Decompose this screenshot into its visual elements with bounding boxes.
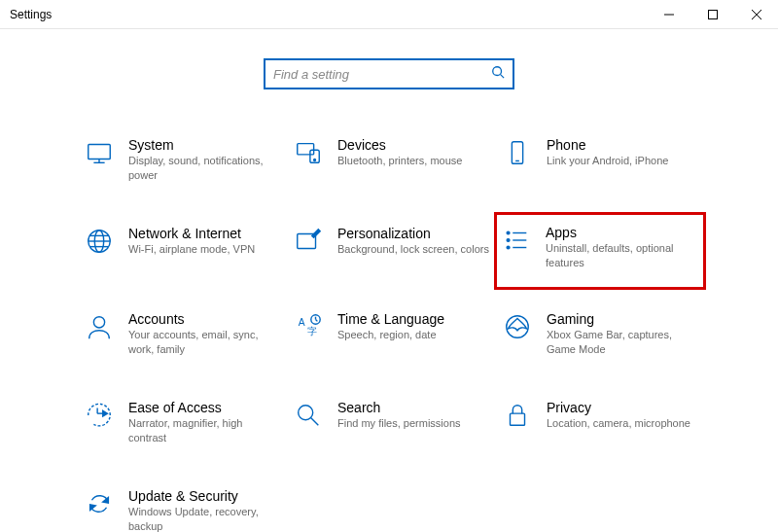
svg-point-26 [93, 317, 104, 328]
tile-desc: Narrator, magnifier, high contrast [128, 416, 280, 445]
svg-line-5 [501, 75, 505, 79]
tile-system[interactable]: System Display, sound, notifications, po… [80, 133, 284, 187]
maximize-icon [708, 10, 718, 19]
tile-desc: Xbox Game Bar, captures, Game Mode [547, 328, 698, 357]
window-title: Settings [10, 8, 52, 21]
privacy-icon [502, 400, 533, 431]
svg-line-37 [311, 418, 319, 426]
tile-desc: Background, lock screen, colors [337, 242, 489, 257]
svg-point-11 [314, 160, 316, 161]
titlebar: Settings [0, 0, 778, 29]
search-icon [491, 65, 505, 83]
search-input[interactable] [273, 67, 491, 82]
tile-accounts[interactable]: Accounts Your accounts, email, sync, wor… [80, 307, 284, 361]
tile-text: Ease of Access Narrator, magnifier, high… [128, 400, 280, 445]
tile-text: Phone Link your Android, iPhone [547, 137, 698, 168]
tile-title: Apps [546, 225, 699, 240]
tile-desc: Uninstall, defaults, optional features [546, 241, 699, 270]
tile-title: System [128, 137, 280, 153]
svg-line-31 [316, 320, 318, 322]
tile-text: Gaming Xbox Game Bar, captures, Game Mod… [547, 311, 698, 357]
tile-title: Gaming [547, 311, 698, 327]
window-controls [647, 0, 778, 28]
svg-point-4 [493, 67, 502, 76]
tile-personalization[interactable]: Personalization Background, lock screen,… [289, 222, 493, 273]
svg-point-24 [507, 246, 510, 249]
tile-time-language[interactable]: A字 Time & Language Speech, region, date [289, 307, 493, 361]
tile-title: Update & Security [128, 488, 280, 504]
tile-ease-of-access[interactable]: Ease of Access Narrator, magnifier, high… [80, 396, 284, 449]
search-tile-icon [293, 400, 324, 431]
devices-icon [293, 137, 324, 168]
tile-text: Search Find my files, permissions [337, 400, 489, 431]
svg-text:字: 字 [307, 327, 317, 337]
content-area: System Display, sound, notifications, po… [0, 29, 778, 532]
tile-devices[interactable]: Devices Bluetooth, printers, mouse [289, 133, 493, 187]
tile-title: Accounts [128, 311, 280, 327]
network-icon [84, 226, 115, 257]
accounts-icon [84, 311, 115, 342]
close-button[interactable] [734, 0, 778, 29]
tile-search[interactable]: Search Find my files, permissions [289, 396, 493, 449]
svg-rect-38 [511, 413, 525, 425]
tile-desc: Windows Update, recovery, backup [128, 505, 280, 532]
tile-title: Network & Internet [128, 226, 280, 241]
tile-phone[interactable]: Phone Link your Android, iPhone [498, 133, 702, 187]
tile-desc: Wi-Fi, airplane mode, VPN [128, 242, 280, 257]
svg-marker-35 [103, 410, 108, 416]
svg-text:A: A [299, 317, 305, 328]
personalization-icon [293, 226, 324, 257]
gaming-icon [502, 311, 533, 342]
tile-desc: Speech, region, date [337, 328, 489, 342]
tile-text: Accounts Your accounts, email, sync, wor… [128, 311, 280, 357]
close-icon [752, 10, 761, 19]
tile-update-security[interactable]: Update & Security Windows Update, recove… [80, 484, 284, 532]
system-icon [84, 137, 115, 168]
time-language-icon: A字 [293, 311, 324, 342]
tile-text: Update & Security Windows Update, recove… [128, 488, 280, 532]
tile-title: Devices [337, 137, 489, 153]
tile-text: Personalization Background, lock screen,… [337, 226, 489, 257]
tile-desc: Location, camera, microphone [547, 416, 698, 431]
tile-title: Ease of Access [128, 400, 280, 415]
svg-rect-1 [708, 11, 717, 19]
minimize-icon [664, 10, 674, 19]
tile-title: Phone [547, 137, 698, 153]
tile-title: Search [337, 400, 489, 415]
tile-title: Personalization [337, 226, 489, 241]
tile-network[interactable]: Network & Internet Wi-Fi, airplane mode,… [80, 222, 284, 273]
apps-icon [501, 225, 532, 256]
tile-text: Time & Language Speech, region, date [337, 311, 489, 342]
tile-desc: Display, sound, notifications, power [128, 154, 280, 183]
maximize-button[interactable] [690, 0, 734, 29]
tile-text: Network & Internet Wi-Fi, airplane mode,… [128, 226, 280, 257]
svg-rect-9 [298, 144, 314, 155]
update-security-icon [84, 488, 115, 519]
tile-desc: Your accounts, email, sync, work, family [128, 328, 280, 357]
search-box[interactable] [264, 58, 514, 89]
tile-title: Time & Language [337, 311, 489, 327]
tile-desc: Find my files, permissions [337, 416, 489, 431]
tile-desc: Link your Android, iPhone [547, 154, 698, 168]
tile-desc: Bluetooth, printers, mouse [337, 154, 489, 168]
tile-text: Privacy Location, camera, microphone [547, 400, 698, 431]
svg-point-36 [299, 406, 313, 420]
tile-gaming[interactable]: Gaming Xbox Game Bar, captures, Game Mod… [498, 307, 702, 361]
svg-point-22 [507, 238, 510, 241]
svg-rect-6 [88, 145, 111, 160]
tile-text: Apps Uninstall, defaults, optional featu… [546, 225, 699, 270]
minimize-button[interactable] [647, 0, 690, 29]
tile-text: Devices Bluetooth, printers, mouse [337, 137, 489, 168]
tile-text: System Display, sound, notifications, po… [128, 137, 280, 183]
tile-privacy[interactable]: Privacy Location, camera, microphone [498, 396, 702, 449]
svg-point-20 [507, 231, 510, 234]
phone-icon [502, 137, 533, 168]
tile-apps[interactable]: Apps Uninstall, defaults, optional featu… [494, 212, 706, 291]
ease-of-access-icon [84, 400, 115, 431]
settings-grid: System Display, sound, notifications, po… [80, 133, 702, 532]
tile-title: Privacy [547, 400, 698, 415]
